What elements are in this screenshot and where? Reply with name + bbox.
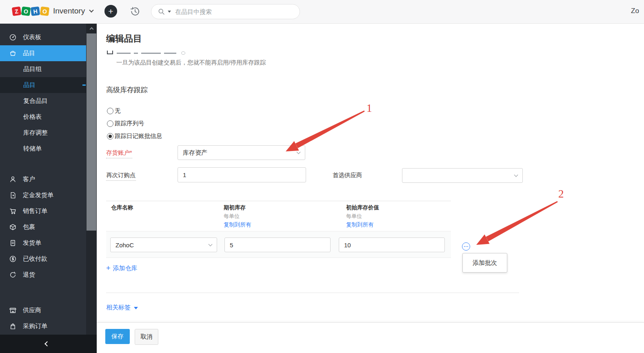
sidebar-item-retainer-invoices[interactable]: 定金发货单 [0,187,86,203]
radio-selected-icon[interactable] [107,133,113,140]
annotation-number-2: 2 [558,188,564,200]
zoho-inventory-logo[interactable]: ZOHO Inventory [12,7,93,16]
cancel-button[interactable]: 取消 [135,329,158,345]
recent-history-button[interactable] [129,6,141,17]
save-button[interactable]: 保存 [105,329,130,344]
chevron-up-icon [89,27,93,31]
scrollbar-up-button[interactable] [86,24,97,33]
copy-to-all-link[interactable]: 复制到所有 [224,221,251,229]
zoho-logo-tiles: ZOHO [12,7,50,16]
chevron-down-icon [89,8,93,12]
tracking-radio-group: 无跟踪序列号跟踪日记账批信息 [107,104,162,142]
clipped-text-fragment [134,53,138,54]
returns-icon [9,271,17,279]
sidebar-item-returns[interactable]: 退货 [0,267,86,283]
search-icon [158,8,165,15]
sidebar-item-inventory-adjustments[interactable]: 库存调整 [0,125,86,141]
plus-icon: + [106,264,111,273]
sidebar-item-items[interactable]: 品目 [0,45,86,61]
chevron-down-icon [514,173,518,177]
sidebar-item-label: 发货单 [23,239,41,247]
ellipsis-icon [466,246,467,247]
radio-option-0[interactable]: 无 [107,104,162,117]
sidebar-item-item-groups[interactable]: 品目组 [0,61,86,77]
radio-option-label: 跟踪序列号 [115,120,144,127]
chevron-down-icon [297,150,301,154]
inventory-account-label: 存货账户* [106,149,132,158]
add-batch-menu-item[interactable]: 添加批次 [462,253,507,273]
radio-option-1[interactable]: 跟踪序列号 [107,117,162,130]
packages-icon [9,223,17,231]
logo-letter-tile: O [21,6,31,16]
sidebar-item-dashboard[interactable]: 仪表板 [0,29,86,45]
sidebar-item-payments-received[interactable]: 已收付款 [0,251,86,267]
sidebar-item-label: 品目组 [23,65,42,73]
payments-icon [9,255,17,263]
clipped-checkbox-row [107,51,201,56]
logo-letter-tile: Z [12,6,22,16]
global-search[interactable] [151,4,300,19]
sidebar-item-price-lists[interactable]: 价格表 [0,109,86,125]
quick-create-button[interactable]: + [104,5,117,18]
sidebar-item-customers[interactable]: 客户 [0,171,86,187]
scrollbar-thumb[interactable] [87,33,96,231]
help-icon [181,51,185,55]
opening-value-input[interactable] [339,238,445,252]
section-divider [106,293,519,293]
sales-order-icon [9,207,17,215]
ellipsis-icon [467,246,469,247]
app-window: ZOHO Inventory + Zo 仪表板品目品目组品目复合品目价格表库存调… [0,0,644,353]
sidebar-item-items-sub[interactable]: 品目 [0,77,86,93]
warehouse-select[interactable]: ZohoC [110,238,217,252]
checkbox-clipped[interactable] [107,51,113,54]
sidebar-collapse-button[interactable] [0,335,97,353]
add-warehouse-link[interactable]: + 添加仓库 [106,264,138,273]
search-input[interactable] [175,8,277,15]
chevron-left-icon [44,341,50,346]
action-footer: 保存 取消 [97,322,644,353]
sidebar-item-label: 价格表 [23,113,42,121]
sidebar-item-label: 复合品目 [23,97,48,105]
reorder-point-input[interactable] [178,167,306,182]
sidebar-item-label: 客户 [23,175,35,183]
preferred-vendor-select[interactable] [402,168,523,183]
sidebar-item-packages[interactable]: 包裹 [0,219,86,235]
sidebar-item-transfer-orders[interactable]: 转储单 [0,141,86,157]
radio-option-label: 无 [115,107,121,115]
sidebar-item-sales-orders[interactable]: 销售订单 [0,203,86,219]
warehouse-select-value: ZohoC [115,242,134,249]
radio-option-2[interactable]: 跟踪日记账批信息 [107,130,162,142]
clipped-text-fragment [141,53,161,54]
sidebar-item-label: 库存调整 [23,129,48,137]
search-scope-dropdown-icon[interactable] [168,11,171,13]
related-tags-toggle[interactable]: 相关标签 [106,304,138,311]
sidebar-item-composite-items[interactable]: 复合品目 [0,93,86,109]
inventory-account-select[interactable]: 库存资产 [178,145,305,160]
sidebar-item-label: 退货 [23,271,35,279]
sidebar-item-label: 定金发货单 [23,191,53,199]
radio-unselected-icon[interactable] [107,120,113,127]
table-top-border [106,201,451,201]
purchase-order-icon [9,322,17,330]
row-more-options-button[interactable] [462,242,470,251]
sidebar-item-shipments[interactable]: 发货单 [0,235,86,251]
radio-unselected-icon[interactable] [107,108,113,114]
opening-stock-input[interactable] [224,238,331,252]
sidebar-item-vendors[interactable]: 供应商 [0,302,86,318]
clipped-text-fragment [117,53,131,54]
sidebar-item-purchase-orders[interactable]: 采购订单 [0,318,86,334]
sidebar-item-label: 品目 [23,49,35,57]
sidebar-scrollbar[interactable] [86,24,97,353]
plus-icon: + [108,7,113,16]
vendors-icon [9,306,17,314]
dashboard-icon [9,33,17,41]
topbar: ZOHO Inventory + Zo [0,0,644,24]
customers-icon [9,175,17,183]
page-title: 编辑品目 [106,33,142,45]
annotation-number-1: 1 [366,102,372,115]
user-name-truncated[interactable]: Zo [631,7,639,15]
shipment-icon [9,239,17,247]
sidebar-item-label: 采购订单 [23,322,47,330]
col-subheader-per-unit: 每单位 [224,213,240,220]
copy-to-all-link[interactable]: 复制到所有 [346,221,374,229]
